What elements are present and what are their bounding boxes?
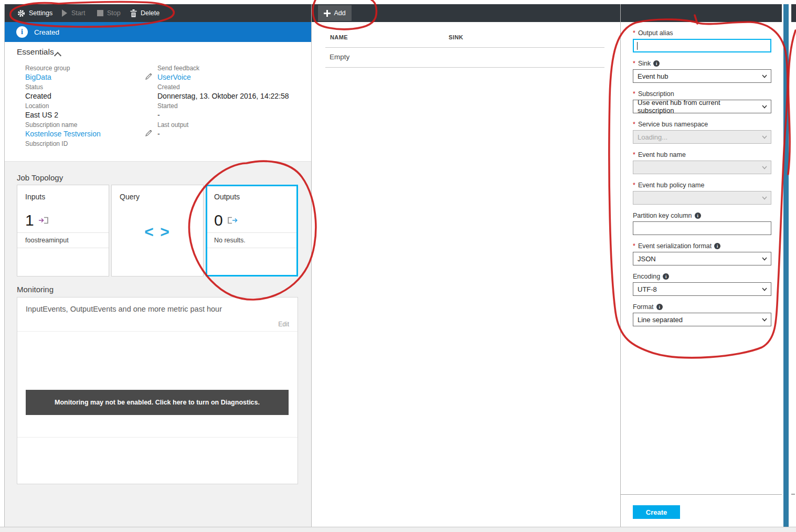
field-encoding: Encoding i UTF-8: [633, 272, 771, 296]
format-select[interactable]: Line separated: [633, 313, 771, 326]
encoding-select[interactable]: UTF-8: [633, 282, 771, 296]
field-sink: * Sink i Event hub: [633, 59, 771, 83]
inputs-tile[interactable]: Inputs 1 foostreaminput: [17, 185, 109, 276]
blade-border: [4, 4, 5, 527]
blade-border: [311, 4, 312, 527]
info-icon: i: [695, 212, 701, 219]
divider: [325, 47, 604, 48]
field-value: Event hub: [638, 72, 668, 80]
field-label: Encoding: [633, 272, 660, 281]
delete-label: Delete: [141, 9, 160, 17]
pair-value: East US 2: [25, 110, 101, 120]
edit-pencil-icon[interactable]: [144, 129, 153, 137]
diagnostics-warning-banner[interactable]: Monitoring may not be enabled. Click her…: [26, 390, 289, 415]
pair-value: Created: [25, 91, 101, 101]
field-label: Event hub policy name: [638, 181, 704, 189]
new-output-form-blade: * Output alias * Sink i Event hub * Subs…: [621, 22, 782, 527]
command-bar: Settings Start Stop Delete: [4, 4, 782, 22]
stop-icon: [97, 10, 103, 16]
field-label: Service bus namespace: [638, 120, 708, 129]
status-banner: i Created: [5, 22, 311, 42]
next-blade-edge: [791, 4, 796, 527]
field-serialization-format: * Event serialization format i JSON: [633, 242, 771, 265]
input-icon: [38, 216, 49, 225]
essentials-pair: Resource group BigData: [25, 64, 101, 83]
divider: [17, 437, 298, 438]
required-asterisk: *: [633, 59, 635, 68]
divider: [207, 248, 296, 248]
essentials-right-column: Send feedback UserVoice Created Donnerst…: [157, 64, 289, 140]
column-header-sink: SINK: [449, 34, 463, 40]
collapse-chevron-icon[interactable]: [54, 52, 61, 59]
blade-scrollbar[interactable]: [783, 4, 789, 527]
divider: [791, 494, 795, 495]
start-button[interactable]: Start: [61, 4, 85, 22]
essentials-pair: Subscription name Kostenlose Testversion: [25, 121, 101, 140]
outputs-list-blade: NAME SINK Empty: [312, 22, 620, 527]
info-icon: i: [663, 273, 669, 280]
monitoring-chart-card[interactable]: InputEvents, OutputEvents and one more m…: [17, 297, 298, 484]
tile-title: Inputs: [25, 193, 45, 201]
subscription-link[interactable]: Kostenlose Testversion: [25, 129, 101, 139]
settings-label: Settings: [29, 9, 52, 17]
pair-value: -: [157, 129, 289, 139]
outputs-empty-text: No results.: [214, 237, 246, 244]
gear-icon: [17, 9, 25, 17]
required-asterisk: *: [633, 151, 635, 159]
create-button[interactable]: Create: [633, 505, 680, 519]
required-asterisk: *: [633, 181, 635, 189]
pair-label: Resource group: [25, 64, 101, 72]
inputs-count: 1: [25, 211, 34, 229]
resource-group-link[interactable]: BigData: [25, 72, 101, 82]
chevron-down-icon: [762, 288, 767, 291]
query-tile[interactable]: Query < >: [111, 185, 204, 276]
field-label: Sink: [638, 59, 651, 68]
field-label: Format: [633, 303, 654, 311]
outputs-tile[interactable]: Outputs 0 No results.: [206, 185, 298, 276]
partition-key-input[interactable]: [633, 221, 771, 235]
essentials-pair: Last output -: [157, 121, 289, 140]
info-icon: i: [16, 26, 28, 38]
horizontal-scrollbar-track[interactable]: [0, 527, 796, 532]
chevron-down-icon: [762, 196, 767, 200]
field-label: Event hub name: [638, 151, 686, 159]
field-label: Subscription: [638, 90, 674, 98]
chevron-down-icon: [762, 75, 767, 78]
add-output-button[interactable]: Add: [318, 5, 352, 21]
empty-list-row: Empty: [330, 53, 349, 61]
delete-button[interactable]: Delete: [130, 4, 160, 22]
field-service-bus-namespace: * Service bus namespace Loading...: [633, 120, 771, 144]
uservoice-link[interactable]: UserVoice: [157, 72, 289, 82]
output-alias-input[interactable]: [633, 39, 771, 52]
divider: [17, 232, 109, 233]
essentials-pair: Created Donnerstag, 13. Oktober 2016, 14…: [157, 83, 289, 102]
field-value: Loading...: [638, 133, 667, 141]
event-hub-policy-select: [633, 191, 771, 205]
column-header-name: NAME: [330, 34, 348, 40]
edit-link[interactable]: Edit: [278, 321, 289, 328]
stop-button[interactable]: Stop: [97, 4, 121, 22]
field-label: Partition key column: [633, 211, 692, 220]
pair-label: Subscription ID: [25, 140, 101, 148]
settings-button[interactable]: Settings: [17, 4, 52, 22]
plus-icon: [324, 10, 331, 17]
divider: [17, 248, 109, 248]
status-banner-text: Created: [34, 28, 59, 36]
divider: [207, 232, 296, 233]
essentials-left-column: Resource group BigData Status Created Lo…: [25, 64, 101, 158]
divider: [17, 331, 298, 332]
sink-select[interactable]: Event hub: [633, 69, 771, 83]
input-item-foostreaminput[interactable]: foostreaminput: [25, 237, 69, 244]
divider: [325, 67, 604, 68]
field-value: UTF-8: [638, 285, 657, 293]
serialization-format-select[interactable]: JSON: [633, 252, 771, 265]
pair-label: Status: [25, 83, 101, 91]
info-icon: i: [714, 243, 720, 249]
essentials-pair: Subscription ID: [25, 140, 101, 158]
subscription-select[interactable]: Use event hub from current subscription: [633, 100, 771, 113]
chevron-down-icon: [762, 166, 767, 169]
add-label: Add: [334, 9, 345, 17]
edit-pencil-icon[interactable]: [144, 72, 153, 81]
essentials-section: Essentials Resource group BigData Status…: [5, 42, 311, 162]
chart-title: InputEvents, OutputEvents and one more m…: [26, 305, 222, 313]
